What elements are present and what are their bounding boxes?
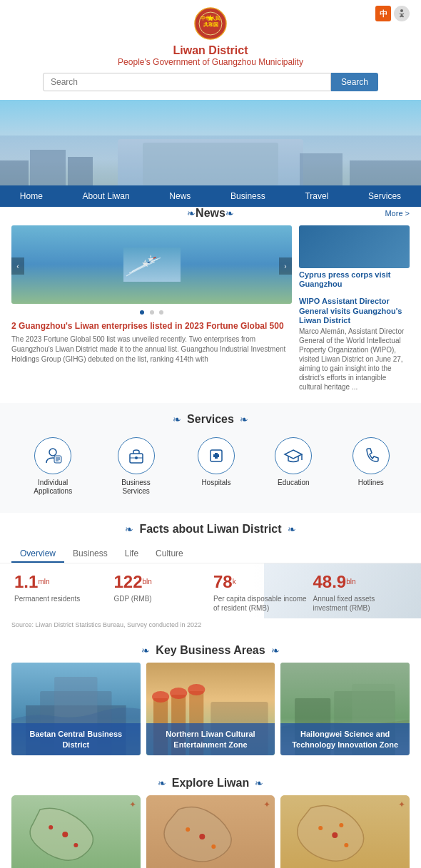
- news-more-link[interactable]: More >: [385, 209, 410, 218]
- facts-tab-business[interactable]: Business: [64, 546, 116, 563]
- news-main-article: ‹ › 2 Guangzhou's Liwan enterprises list…: [11, 225, 292, 392]
- facts-title: Facts about Liwan District: [139, 523, 281, 536]
- search-bar: Search: [0, 67, 421, 97]
- business-card-3[interactable]: Hailongwei Science and Technology Innova…: [280, 663, 410, 755]
- compass-icon: ✦: [129, 800, 136, 810]
- page-subtitle: People's Government of Guangzhou Municip…: [0, 57, 421, 67]
- education-icon: [275, 437, 312, 474]
- people-image: [299, 225, 410, 268]
- svg-point-58: [199, 834, 205, 839]
- explore-deco-left: ❧: [158, 777, 166, 789]
- explore-title: Explore Liwan: [172, 777, 249, 790]
- logo: 中华人民 共和国: [193, 6, 228, 41]
- stat-label-income: Per capita disposable income of resident…: [213, 594, 308, 613]
- service-hospitals[interactable]: Hospitals: [198, 437, 235, 496]
- explore-label-travel: Travel Map: [11, 862, 141, 868]
- nav-home[interactable]: Home: [11, 185, 51, 207]
- news-main-text: The 2023 Fortune Global 500 list was unv…: [11, 335, 292, 364]
- search-input[interactable]: [43, 73, 331, 91]
- facts-tab-overview[interactable]: Overview: [11, 546, 64, 563]
- news-side-text-2: Marco Alemán, Assistant Director General…: [299, 327, 410, 392]
- service-hotlines[interactable]: Hotlines: [352, 437, 390, 496]
- stat-income: 78k Per capita disposable income of resi…: [210, 572, 310, 613]
- svg-point-63: [319, 826, 323, 830]
- stat-gdp: 122bln GDP (RMB): [111, 572, 211, 613]
- svg-point-59: [186, 827, 190, 832]
- facts-tab-life[interactable]: Life: [116, 546, 147, 563]
- stat-number-investment: 48.9bln: [313, 572, 407, 592]
- stat-number-gdp: 122bln: [114, 572, 208, 592]
- svg-rect-16: [123, 247, 181, 282]
- news-main-image: ‹ ›: [11, 225, 292, 304]
- briefcase-icon: [118, 437, 155, 474]
- compass-icon-food: ✦: [398, 800, 405, 810]
- facts-deco-right: ❧: [288, 524, 296, 535]
- accessibility-icon[interactable]: [394, 6, 410, 21]
- svg-point-56: [73, 843, 78, 847]
- stat-residents: 1.1mln Permanent residents: [11, 572, 111, 613]
- stat-label-investment: Annual fixed assets investment (RMB): [313, 594, 407, 613]
- nav-services[interactable]: Services: [360, 185, 410, 207]
- explore-grid: ✦ Travel Map ✦ Cultural Facilities: [11, 795, 410, 868]
- svg-rect-14: [300, 153, 343, 185]
- news-side-article-1: Cyprus press corps visit Guangzhou: [299, 225, 410, 290]
- business-deco-left: ❧: [141, 645, 150, 656]
- facts-deco-left: ❧: [125, 524, 133, 535]
- stat-label-gdp: GDP (RMB): [114, 594, 208, 603]
- nav-news[interactable]: News: [161, 185, 199, 207]
- business-grid: Baetan Central Business District Norther…: [11, 663, 410, 755]
- svg-point-54: [62, 832, 68, 837]
- news-main-title[interactable]: 2 Guangzhou's Liwan enterprises listed i…: [11, 321, 292, 332]
- svg-point-62: [333, 832, 338, 838]
- svg-rect-15: [350, 160, 421, 185]
- service-individual[interactable]: Individual Applications: [31, 437, 74, 496]
- explore-section: ❧ Explore Liwan ❧ ✦ Travel Map: [0, 767, 421, 868]
- svg-rect-12: [68, 157, 93, 185]
- nav-business[interactable]: Business: [222, 185, 274, 207]
- facts-content: 1.1mln Permanent residents 122bln GDP (R…: [0, 563, 421, 618]
- svg-point-64: [345, 843, 349, 847]
- svg-point-32: [135, 456, 138, 459]
- stat-number-residents: 1.1mln: [14, 572, 108, 592]
- service-education[interactable]: Education: [275, 437, 312, 496]
- news-dots: [11, 307, 292, 317]
- services-title: Services: [187, 413, 234, 426]
- facts-source: Source: Liwan District Statistics Bureau…: [0, 618, 421, 634]
- news-next-button[interactable]: ›: [279, 257, 292, 275]
- phone-icon: [352, 437, 390, 474]
- service-label-hospitals: Hospitals: [201, 479, 230, 487]
- explore-card-travel[interactable]: ✦ Travel Map: [11, 795, 141, 868]
- explore-card-food[interactable]: ✦ Food: [280, 795, 410, 868]
- svg-rect-11: [30, 150, 66, 185]
- svg-rect-10: [0, 160, 29, 185]
- explore-deco-right: ❧: [255, 777, 263, 789]
- header: 中 中华人民 共和国 Liwan District People's Gover…: [0, 0, 421, 100]
- nav-about[interactable]: About Liwan: [74, 185, 138, 207]
- svg-rect-13: [143, 143, 278, 185]
- service-business[interactable]: Business Services: [115, 437, 158, 496]
- services-section: ❧ Services ❧ Individual Applications Bus…: [0, 403, 421, 513]
- service-label-individual: Individual Applications: [31, 479, 74, 496]
- search-button[interactable]: Search: [331, 73, 378, 91]
- news-side-title-1[interactable]: Cyprus press corps visit Guangzhou: [299, 270, 410, 289]
- business-title: Key Business Areas: [156, 644, 265, 657]
- svg-point-0: [400, 9, 403, 12]
- service-label-hotlines: Hotlines: [358, 479, 384, 487]
- business-label-1: Baetan Central Business District: [11, 723, 141, 755]
- nav-travel[interactable]: Travel: [296, 185, 337, 207]
- services-deco-left: ❧: [173, 414, 181, 425]
- business-section: ❧ Key Business Areas ❧ Baetan Central Bu…: [0, 634, 421, 767]
- facts-tab-culture[interactable]: Culture: [147, 546, 192, 563]
- business-card-2[interactable]: Northern Liwan Cultural Entertainment Zo…: [146, 663, 275, 755]
- explore-card-cultural[interactable]: ✦ Cultural Facilities: [146, 795, 275, 868]
- language-icon[interactable]: 中: [375, 6, 391, 21]
- deco-right: ❧: [225, 208, 234, 219]
- business-card-1[interactable]: Baetan Central Business District: [11, 663, 141, 755]
- news-section: ❧ News ❧ More >: [0, 207, 421, 403]
- services-header: ❧ Services ❧: [11, 403, 410, 432]
- news-prev-button[interactable]: ‹: [11, 257, 24, 275]
- services-grid: Individual Applications Business Service…: [11, 432, 410, 501]
- dot-3: [159, 310, 163, 315]
- service-label-business: Business Services: [115, 479, 158, 496]
- news-side-title-2[interactable]: WIPO Assistant Director General visits G…: [299, 297, 410, 325]
